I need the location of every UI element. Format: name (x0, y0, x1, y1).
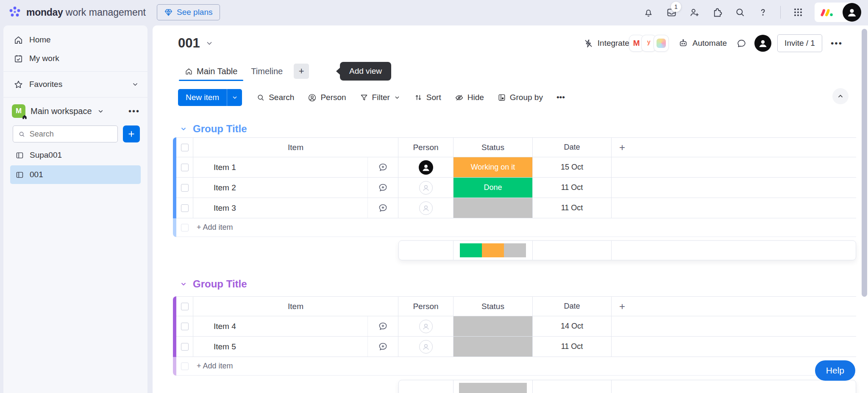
apps-marketplace-icon[interactable] (707, 3, 727, 22)
add-update-chat-icon[interactable] (367, 337, 398, 357)
group-by-button[interactable]: Group by (492, 89, 548, 106)
assignee-avatar[interactable] (419, 160, 433, 175)
status-cell[interactable] (453, 316, 533, 336)
workspace-switcher[interactable]: M Main workspace ••• (3, 101, 147, 121)
row-checkbox[interactable] (176, 316, 193, 336)
status-distribution-bar[interactable] (460, 243, 526, 257)
date-cell[interactable]: 14 Oct (533, 316, 612, 336)
select-all-checkbox[interactable] (176, 297, 193, 316)
person-cell[interactable] (398, 178, 453, 198)
row-checkbox[interactable] (176, 198, 193, 218)
sidebar-item-favorites[interactable]: Favorites (3, 75, 147, 94)
tab-main-table[interactable]: Main Table (178, 61, 244, 81)
add-update-chat-icon[interactable] (367, 157, 398, 177)
column-header-item[interactable]: Item (193, 138, 398, 157)
chevron-down-icon[interactable] (394, 94, 401, 101)
row-checkbox[interactable] (176, 157, 193, 177)
item-cell[interactable]: Item 2 (193, 178, 398, 198)
unassigned-avatar[interactable] (419, 320, 433, 333)
person-cell[interactable] (398, 337, 453, 357)
empty-cell[interactable] (612, 178, 856, 198)
hide-button[interactable]: Hide (450, 89, 489, 106)
sort-button[interactable]: Sort (409, 89, 446, 106)
row-checkbox[interactable] (176, 178, 193, 198)
column-header-status[interactable]: Status (453, 297, 533, 316)
status-cell[interactable]: Done (453, 178, 533, 198)
filter-button[interactable]: Filter (355, 89, 406, 106)
search-button[interactable]: Search (251, 89, 299, 106)
see-plans-button[interactable]: See plans (157, 4, 220, 20)
column-header-date[interactable]: Date (533, 297, 612, 316)
status-segment-blank[interactable] (504, 243, 526, 257)
item-cell[interactable]: Item 3 (193, 198, 398, 218)
add-view-button[interactable]: + (294, 64, 309, 79)
board-owner-avatar[interactable] (754, 35, 771, 52)
unassigned-avatar[interactable] (419, 340, 433, 354)
add-update-chat-icon[interactable] (367, 316, 398, 336)
collapse-header-button[interactable] (832, 88, 849, 104)
empty-cell[interactable] (612, 198, 856, 218)
add-update-chat-icon[interactable] (367, 178, 398, 198)
person-cell[interactable] (398, 316, 453, 336)
date-cell[interactable]: 11 Oct (533, 337, 612, 357)
date-cell[interactable]: 11 Oct (533, 178, 612, 198)
add-item-button[interactable]: + Add item (193, 218, 233, 237)
unassigned-avatar[interactable] (419, 181, 433, 195)
sidebar-search-input[interactable] (30, 130, 112, 139)
item-cell[interactable]: Item 5 (193, 337, 398, 357)
status-segment-working[interactable] (482, 243, 504, 257)
row-checkbox[interactable] (176, 337, 193, 357)
product-logo[interactable]: monday work management (8, 6, 146, 19)
new-item-dropdown-caret[interactable] (227, 89, 242, 106)
add-column-button[interactable]: + (612, 297, 856, 316)
status-cell[interactable]: Working on it (453, 157, 533, 177)
date-cell[interactable]: 11 Oct (533, 198, 612, 218)
board-menu-dots[interactable]: ••• (828, 36, 845, 50)
select-all-checkbox[interactable] (176, 138, 193, 157)
workspace-menu-dots[interactable]: ••• (128, 106, 140, 116)
item-cell[interactable]: Item 1 (193, 157, 398, 177)
status-segment-done[interactable] (460, 243, 482, 257)
help-button[interactable]: Help (815, 360, 855, 381)
search-icon[interactable] (730, 3, 750, 22)
column-header-person[interactable]: Person (398, 138, 453, 157)
invite-members-icon[interactable] (684, 3, 704, 22)
add-update-chat-icon[interactable] (367, 198, 398, 218)
inbox-icon[interactable]: 1 (662, 3, 681, 22)
sidebar-board-supa001[interactable]: Supa001 (10, 146, 141, 164)
board-title[interactable]: 001 (178, 36, 214, 51)
new-item-button[interactable]: New item (178, 89, 242, 106)
column-header-item[interactable]: Item (193, 297, 398, 316)
help-question-icon[interactable] (753, 3, 773, 22)
sidebar-board-001[interactable]: 001 (10, 165, 141, 184)
person-filter-button[interactable]: Person (303, 89, 351, 106)
sidebar-item-my-work[interactable]: My work (3, 49, 147, 68)
notifications-bell-icon[interactable] (639, 3, 658, 22)
add-item-button[interactable]: + Add item (193, 357, 233, 375)
empty-cell[interactable] (612, 337, 856, 357)
product-switcher-grid-icon[interactable] (788, 3, 808, 22)
vertical-scrollbar[interactable] (862, 29, 867, 297)
status-distribution-bar[interactable] (459, 383, 527, 393)
add-item-row[interactable]: + Add item (176, 218, 856, 237)
account-switcher[interactable] (815, 3, 861, 22)
board-chat-icon[interactable] (734, 36, 748, 51)
automate-button[interactable]: Automate (676, 36, 729, 51)
status-cell[interactable] (453, 337, 533, 357)
group-1-title[interactable]: Group Title (180, 123, 856, 135)
empty-cell[interactable] (612, 157, 856, 177)
integrate-button[interactable]: Integrate M ʸ (582, 32, 670, 54)
add-board-button[interactable] (123, 125, 140, 142)
chevron-down-icon[interactable] (180, 280, 187, 288)
toolbar-more-dots[interactable]: ••• (551, 89, 570, 106)
add-column-button[interactable]: + (612, 138, 856, 157)
status-segment-blank[interactable] (459, 383, 527, 393)
invite-button[interactable]: Invite / 1 (777, 34, 822, 52)
sidebar-search[interactable] (13, 125, 118, 142)
unassigned-avatar[interactable] (419, 201, 433, 215)
chevron-down-icon[interactable] (180, 125, 187, 133)
column-header-date[interactable]: Date (533, 138, 612, 157)
status-cell[interactable] (453, 198, 533, 218)
person-cell[interactable] (398, 157, 453, 177)
sidebar-item-home[interactable]: Home (3, 31, 147, 49)
